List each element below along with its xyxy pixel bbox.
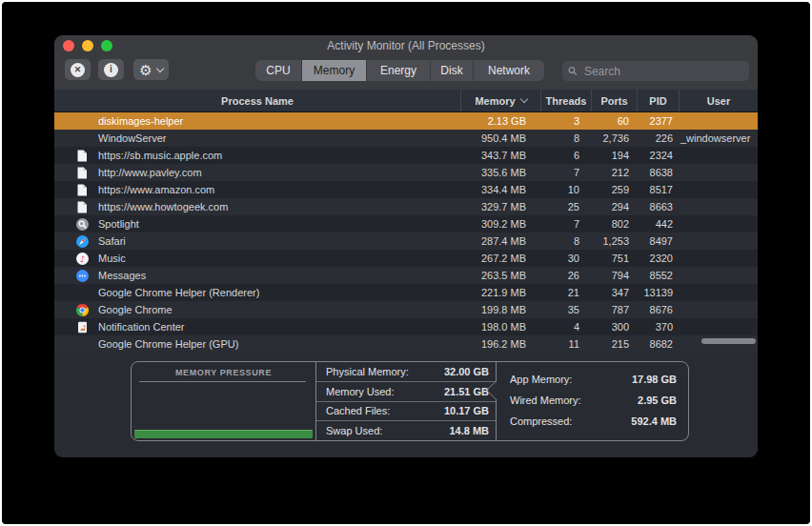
table-row[interactable]: Spotlight 309.2 MB 7 802 442 <box>54 215 758 233</box>
memory-pressure-axis-line <box>139 381 306 382</box>
table-row[interactable]: Safari 287.4 MB 8 1,253 8497 <box>54 233 758 250</box>
inspect-button[interactable]: i <box>98 59 124 80</box>
table-row[interactable]: WindowServer 950.4 MB 8 2,736 226 _windo… <box>54 130 758 147</box>
pid-cell: 442 <box>637 218 679 230</box>
threads-cell: 30 <box>540 253 591 264</box>
tab-cpu[interactable]: CPU <box>255 60 302 81</box>
sort-descending-icon <box>519 95 527 103</box>
column-header-ports[interactable]: Ports <box>591 90 637 111</box>
search-field[interactable] <box>562 61 749 81</box>
table-row[interactable]: Messages 263.5 MB 26 794 8552 <box>54 267 758 284</box>
table-row[interactable]: https://www.howtogeek.com 329.7 MB 25 29… <box>54 198 758 215</box>
stat-value: 17.98 GB <box>632 374 677 385</box>
inspect-info-icon: i <box>104 63 118 77</box>
column-header-user[interactable]: User <box>679 90 758 111</box>
activity-monitor-window: Activity Monitor (All Processes) ✕ i ⚙ C… <box>54 35 758 457</box>
stat-value: 32.00 GB <box>444 366 489 377</box>
zoom-window-icon[interactable] <box>101 40 112 51</box>
column-header-process-name[interactable]: Process Name <box>54 90 460 111</box>
table-row[interactable]: Google Chrome 199.8 MB 35 787 8676 <box>54 301 758 318</box>
pid-cell: 8552 <box>637 270 679 281</box>
tab-disk[interactable]: Disk <box>431 60 474 81</box>
stat-app-memory: App Memory: 17.98 GB <box>497 369 688 390</box>
stop-process-icon: ✕ <box>71 63 85 77</box>
table-row[interactable]: https://sb.music.apple.com 343.7 MB 6 19… <box>54 147 758 164</box>
memory-cell: 196.2 MB <box>460 338 540 350</box>
memory-cell: 199.8 MB <box>460 304 540 315</box>
memory-pressure-section: MEMORY PRESSURE <box>132 362 315 440</box>
ports-cell: 294 <box>591 201 637 212</box>
column-header-memory[interactable]: Memory <box>460 90 540 111</box>
minimize-window-icon[interactable] <box>82 40 93 51</box>
document-icon <box>75 149 89 162</box>
pid-cell: 2320 <box>637 253 679 264</box>
table-row[interactable]: Notification Center 198.0 MB 4 300 370 <box>54 318 758 335</box>
pid-cell: 8676 <box>637 304 679 315</box>
actions-menu-button[interactable]: ⚙ <box>133 59 169 80</box>
pid-cell: 13139 <box>637 287 679 298</box>
user-cell: _windowserver <box>679 132 758 144</box>
titlebar[interactable]: Activity Monitor (All Processes) <box>54 35 758 55</box>
tab-energy[interactable]: Energy <box>367 60 431 81</box>
tab-network[interactable]: Network <box>474 60 544 81</box>
chevron-down-icon <box>155 64 163 71</box>
stat-label: App Memory: <box>510 374 572 385</box>
column-header-pid[interactable]: PID <box>637 90 679 111</box>
stop-process-button[interactable]: ✕ <box>65 59 91 80</box>
stat-label: Memory Used: <box>326 386 395 397</box>
search-input[interactable] <box>582 64 743 79</box>
ports-cell: 1,253 <box>591 235 637 247</box>
threads-cell: 26 <box>540 270 591 281</box>
messages-icon <box>75 269 89 282</box>
process-name: diskimages-helper <box>98 115 183 127</box>
stat-physical-memory: Physical Memory: 32.00 GB <box>316 362 497 382</box>
pid-cell: 2377 <box>637 115 679 127</box>
process-name-cell: Google Chrome Helper (Renderer) <box>54 286 460 299</box>
table-row[interactable]: http://www.pavley.com 335.6 MB 7 212 863… <box>54 164 758 181</box>
stat-value: 592.4 MB <box>631 415 677 427</box>
memory-cell: 343.7 MB <box>460 150 540 161</box>
traffic-lights <box>63 40 112 51</box>
process-name: Messages <box>98 270 146 281</box>
table-row[interactable]: Google Chrome Helper (GPU) 196.2 MB 11 2… <box>54 335 758 352</box>
table-row[interactable]: ♪ Music 267.2 MB 30 751 2320 <box>54 250 758 267</box>
process-name-cell: Spotlight <box>54 217 460 231</box>
pid-cell: 8517 <box>637 184 679 195</box>
table-row[interactable]: Google Chrome Helper (Renderer) 221.9 MB… <box>54 284 758 301</box>
memory-cell: 950.4 MB <box>460 132 540 144</box>
process-name: Spotlight <box>98 218 139 230</box>
gear-icon: ⚙ <box>139 63 152 77</box>
process-name: Google Chrome Helper (GPU) <box>98 338 238 350</box>
threads-cell: 11 <box>540 338 591 350</box>
process-name: Google Chrome <box>98 304 173 315</box>
ports-cell: 751 <box>591 253 637 264</box>
process-icon <box>75 132 89 145</box>
process-name-cell: https://sb.music.apple.com <box>54 149 460 162</box>
close-window-icon[interactable] <box>63 40 74 51</box>
column-header-threads[interactable]: Threads <box>540 90 591 111</box>
window-title: Activity Monitor (All Processes) <box>54 35 758 56</box>
process-name: https://www.amazon.com <box>98 184 214 195</box>
threads-cell: 35 <box>540 304 591 315</box>
process-name-cell: Google Chrome Helper (GPU) <box>54 337 460 351</box>
stat-label: Swap Used: <box>326 425 382 436</box>
music-icon: ♪ <box>75 252 89 265</box>
stat-value: 14.8 MB <box>449 425 489 436</box>
threads-cell: 21 <box>540 287 591 298</box>
process-name-cell: http://www.pavley.com <box>54 166 460 179</box>
threads-cell: 10 <box>540 184 591 195</box>
table-row[interactable]: diskimages-helper 2.13 GB 3 60 2377 <box>54 112 758 130</box>
stat-label: Cached Files: <box>326 405 390 416</box>
process-name-cell: diskimages-helper <box>54 114 460 128</box>
memory-cell: 2.13 GB <box>460 115 540 127</box>
process-name: https://www.howtogeek.com <box>98 201 228 212</box>
threads-cell: 8 <box>540 235 591 247</box>
pid-cell: 226 <box>637 132 679 144</box>
horizontal-scrollbar[interactable] <box>701 338 756 344</box>
ports-cell: 60 <box>591 115 637 127</box>
table-row[interactable]: https://www.amazon.com 334.4 MB 10 259 8… <box>54 181 758 198</box>
document-icon <box>75 166 89 179</box>
pid-cell: 8638 <box>637 167 679 178</box>
tab-memory[interactable]: Memory <box>302 60 367 81</box>
threads-cell: 6 <box>540 150 591 161</box>
